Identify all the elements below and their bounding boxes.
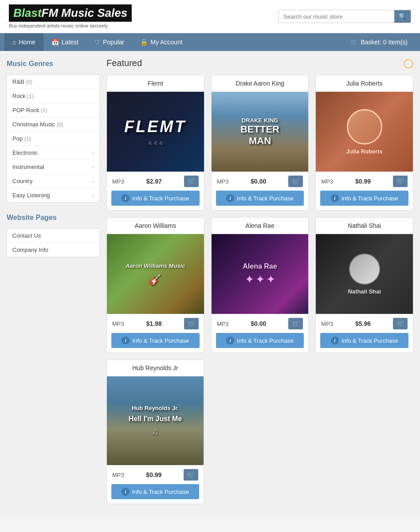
home-icon: ⌂ xyxy=(12,39,16,46)
product-footer-drake: MP3 $0.00 🛒 xyxy=(212,172,309,191)
genre-label-christmas: Christmas Music (0) xyxy=(12,121,63,128)
bottom-row: Hub Reynolds Jr Hub Reynolds Jr. Hell I'… xyxy=(106,360,413,504)
product-footer-hub: MP3 $0.99 🛒 xyxy=(107,465,204,484)
company-label: Company Info xyxy=(12,246,48,253)
nav-popular[interactable]: ♡ Popular xyxy=(86,33,132,51)
basket-label: Basket: 0 Item(s) xyxy=(361,39,408,46)
product-format-julia: MP3 xyxy=(321,178,333,185)
sidebar-item-country[interactable]: Country › xyxy=(7,174,99,188)
featured-header: Featured ◯ xyxy=(106,58,413,68)
chevron-right-icon: › xyxy=(92,150,94,156)
search-button[interactable]: 🔍 xyxy=(394,10,411,23)
search-bar: 🔍 xyxy=(279,10,411,23)
info-track-btn-drake[interactable]: i Info & Track Purchase xyxy=(216,191,304,206)
product-price-flemt: $2.97 xyxy=(146,178,162,185)
info-track-btn-aaron[interactable]: i Info & Track Purchase xyxy=(111,333,200,348)
info-icon-alena: i xyxy=(226,336,234,344)
product-image-aaron: Aaron Williams Music 🎸 xyxy=(107,234,204,314)
nav-account[interactable]: 🔒 My Account xyxy=(132,33,190,51)
product-drake: Drake Aaron King DRAKE KING BETTER MAN M… xyxy=(211,75,309,211)
info-track-btn-alena[interactable]: i Info & Track Purchase xyxy=(216,333,304,348)
sidebar-item-electronic[interactable]: Electronic › xyxy=(7,146,99,160)
product-price-julia: $0.99 xyxy=(355,178,371,185)
product-footer-alena: MP3 $0.00 🛒 xyxy=(212,314,309,333)
info-track-btn-julia[interactable]: i Info & Track Purchase xyxy=(320,191,408,206)
sidebar-item-rock[interactable]: Rock (1) xyxy=(7,89,99,103)
pages-title: Website Pages xyxy=(7,211,100,224)
genre-label-electronic: Electronic xyxy=(12,149,38,156)
add-to-cart-drake[interactable]: 🛒 xyxy=(288,176,303,187)
sidebar-item-rnb[interactable]: R&B (0) xyxy=(7,75,99,89)
sidebar-item-poprock[interactable]: POP Rock (1) xyxy=(7,103,99,117)
sidebar-item-contact[interactable]: Contact Us xyxy=(7,229,99,243)
info-btn-label-alena: Info & Track Purchase xyxy=(237,337,294,344)
info-btn-label-flemt: Info & Track Purchase xyxy=(132,195,189,202)
add-to-cart-aaron[interactable]: 🛒 xyxy=(184,318,199,329)
info-icon-nathali: i xyxy=(331,336,339,344)
add-to-cart-julia[interactable]: 🛒 xyxy=(393,176,408,187)
add-to-cart-flemt[interactable]: 🛒 xyxy=(184,176,199,187)
product-format-nathali: MP3 xyxy=(321,321,333,327)
featured-area: Featured ◯ Flemt FLEMT ♫ ♫ ♫ MP3 $2.97 🛒 xyxy=(106,58,413,510)
product-price-alena: $0.00 xyxy=(251,320,266,327)
product-name-flemt: Flemt xyxy=(107,75,204,92)
info-icon-drake: i xyxy=(226,194,234,202)
logo-area: BlastFM Music Sales Buy independent arti… xyxy=(9,4,132,28)
count-christmas: (0) xyxy=(57,121,63,128)
basket[interactable]: 🛒 Basket: 0 Item(s) xyxy=(342,33,416,51)
count-poprock: (1) xyxy=(41,107,47,113)
search-input[interactable] xyxy=(279,11,394,23)
info-icon-flemt: i xyxy=(122,194,130,202)
product-name-alena: Alena Rae xyxy=(212,218,309,234)
info-track-btn-hub[interactable]: i Info & Track Purchase xyxy=(111,484,199,499)
product-format-drake: MP3 xyxy=(217,178,229,185)
product-footer-aaron: MP3 $1.98 🛒 xyxy=(107,314,204,333)
genre-label-easy-listening: Easy Listening xyxy=(12,192,50,199)
chevron-right-icon: › xyxy=(92,179,94,184)
product-name-hub: Hub Reynolds Jr xyxy=(107,360,204,376)
rss-icon[interactable]: ◯ xyxy=(404,58,413,68)
sidebar-item-christmas[interactable]: Christmas Music (0) xyxy=(7,117,99,132)
sidebar-item-easy-listening[interactable]: Easy Listening › xyxy=(7,188,99,202)
product-footer-flemt: MP3 $2.97 🛒 xyxy=(107,172,204,191)
nav-home[interactable]: ⌂ Home xyxy=(4,33,43,51)
product-name-julia: Julia Roberts xyxy=(316,75,413,92)
product-julia: Julia Roberts Julia Roberts MP3 $0.99 🛒 … xyxy=(315,75,413,211)
nav-account-label: My Account xyxy=(150,39,182,46)
cart-icon: 🛒 xyxy=(350,39,358,46)
info-track-btn-flemt[interactable]: i Info & Track Purchase xyxy=(111,191,200,206)
product-name-aaron: Aaron Williams xyxy=(107,218,204,234)
product-price-aaron: $1.98 xyxy=(146,320,162,327)
add-to-cart-hub[interactable]: 🛒 xyxy=(184,469,198,481)
nav-latest[interactable]: 📅 Latest xyxy=(43,33,86,51)
product-price-drake: $0.00 xyxy=(251,178,266,185)
info-btn-label-julia: Info & Track Purchase xyxy=(341,195,398,202)
add-to-cart-nathali[interactable]: 🛒 xyxy=(393,318,408,329)
info-icon-julia: i xyxy=(331,194,339,202)
product-footer-nathali: MP3 $5.96 🛒 xyxy=(316,314,413,333)
sidebar: Music Genres R&B (0) Rock (1) POP Rock (… xyxy=(7,58,100,510)
main-content: Music Genres R&B (0) Rock (1) POP Rock (… xyxy=(0,51,420,516)
heart-icon: ♡ xyxy=(94,39,100,46)
product-flemt: Flemt FLEMT ♫ ♫ ♫ MP3 $2.97 🛒 i Info & T… xyxy=(106,75,204,211)
sidebar-item-company[interactable]: Company Info xyxy=(7,243,99,257)
lock-icon: 🔒 xyxy=(140,39,148,46)
info-track-btn-nathali[interactable]: i Info & Track Purchase xyxy=(320,333,408,348)
header: BlastFM Music Sales Buy independent arti… xyxy=(0,0,420,33)
genre-label-poprock: POP Rock (1) xyxy=(12,107,47,113)
count-rnb: (0) xyxy=(26,79,32,85)
info-icon-aaron: i xyxy=(122,336,130,344)
genre-label-country: Country xyxy=(12,178,33,184)
info-btn-label-nathali: Info & Track Purchase xyxy=(341,337,398,344)
product-image-nathali: Nathali Shai xyxy=(316,234,413,314)
add-to-cart-alena[interactable]: 🛒 xyxy=(288,318,303,329)
product-image-julia: Julia Roberts xyxy=(316,92,413,172)
product-hub: Hub Reynolds Jr Hub Reynolds Jr. Hell I'… xyxy=(106,360,204,504)
product-image-hub: Hub Reynolds Jr. Hell I'm Just Me ♫ xyxy=(107,376,204,465)
sidebar-item-instrumental[interactable]: Instrumental › xyxy=(7,160,99,174)
pages-menu: Contact Us Company Info xyxy=(7,228,100,257)
info-btn-label-drake: Info & Track Purchase xyxy=(237,195,294,202)
sidebar-item-pop[interactable]: Pop (1) xyxy=(7,132,99,146)
product-price-hub: $0.99 xyxy=(146,471,161,478)
product-aaron: Aaron Williams Aaron Williams Music 🎸 MP… xyxy=(106,217,204,353)
